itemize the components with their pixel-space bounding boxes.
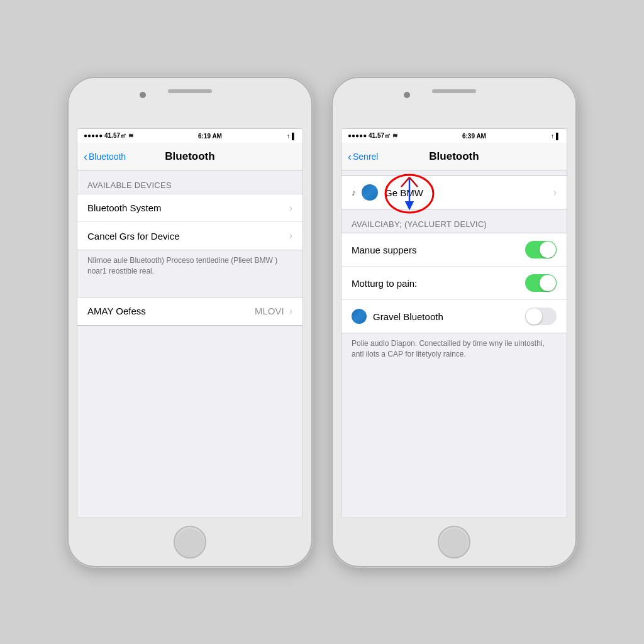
- chevron-bluetooth-system: ›: [289, 203, 292, 214]
- signal-strength-left: ●●●●● 41.57㎡ ≋: [84, 131, 133, 140]
- battery-left: ↑ ▌: [287, 133, 296, 140]
- table-group-left-1: Bluetooth System › Cancel Grs for Device…: [77, 194, 303, 250]
- phone-bottom-left: [174, 518, 206, 566]
- time-left: 6:19 AM: [198, 133, 222, 140]
- back-label-left[interactable]: Bluetooth: [89, 152, 126, 162]
- nav-bar-right: ‹ Senrel Bluetooth: [341, 143, 567, 170]
- chevron-amay: ›: [289, 306, 292, 317]
- nav-bar-left: ‹ Bluetooth Bluetooth: [77, 143, 303, 170]
- section-header-available: Available Devices: [77, 170, 303, 194]
- phone-bottom-right: [438, 518, 470, 566]
- speaker-left: [168, 89, 212, 93]
- table-row-manue-suppers[interactable]: Manue suppers: [341, 233, 567, 267]
- spacer-left: [77, 287, 303, 297]
- content-left: Available Devices Bluetooth System › Can…: [77, 170, 303, 518]
- toggle-gravel-bluetooth[interactable]: [525, 308, 557, 325]
- svg-line-2: [401, 177, 409, 187]
- back-label-right[interactable]: Senrel: [353, 152, 378, 162]
- bmw-globe-icon: [362, 184, 378, 201]
- time-right: 6:39 AM: [462, 133, 486, 140]
- camera-left: [140, 92, 146, 98]
- camera-right: [404, 92, 410, 98]
- battery-right: ↑ ▌: [551, 133, 560, 140]
- phone-top-left: [69, 78, 311, 128]
- nav-title-left: Bluetooth: [165, 150, 214, 163]
- svg-line-3: [409, 177, 418, 187]
- table-row-motturg[interactable]: Motturg to pain:: [341, 267, 567, 300]
- section-header-availciaby: Availciaby; (yacluert delvic): [341, 209, 567, 233]
- speaker-right: [432, 89, 476, 93]
- table-row-cancel-grs[interactable]: Cancel Grs for Device ›: [77, 222, 303, 250]
- chevron-ge-bmw: ›: [553, 187, 557, 198]
- phone-left: ●●●●● 41.57㎡ ≋ 6:19 AM ↑ ▌ ‹ Bluetooth B…: [67, 77, 313, 567]
- toggle-motturg[interactable]: [525, 274, 557, 292]
- toggle-knob-manue: [540, 242, 556, 258]
- nav-title-right: Bluetooth: [429, 150, 479, 163]
- signal-strength-right: ●●●●● 41.57㎡ ≋: [348, 131, 397, 140]
- toggle-knob-gravel: [526, 308, 542, 325]
- back-chevron-left: ‹: [84, 151, 87, 162]
- phone-right: ●●●●● 41.57㎡ ≋ 6:39 AM ↑ ▌ ‹ Senrel Blue…: [331, 77, 577, 567]
- screen-left: ●●●●● 41.57㎡ ≋ 6:19 AM ↑ ▌ ‹ Bluetooth B…: [77, 128, 303, 518]
- table-row-ge-bmw[interactable]: ♪ Ge BMW ›: [341, 176, 567, 209]
- table-row-gravel-bluetooth[interactable]: Gravel Bluetooth: [341, 300, 567, 333]
- back-button-right[interactable]: ‹ Senrel: [348, 151, 378, 162]
- back-chevron-right: ‹: [348, 151, 352, 162]
- toggle-manue-suppers[interactable]: [525, 241, 557, 258]
- footer-text-left: Nlirnoe aule Bluetooth) Proceso tentledi…: [77, 250, 303, 287]
- home-button-right[interactable]: [438, 526, 470, 558]
- table-row-bluetooth-system[interactable]: Bluetooth System ›: [77, 194, 303, 222]
- table-group-right-toggles: Manue suppers Motturg to pain: Gravel: [341, 233, 567, 333]
- home-button-left[interactable]: [174, 526, 206, 558]
- phone-top-right: [333, 78, 575, 128]
- speaker-icon: ♪: [352, 187, 356, 197]
- back-button-left[interactable]: ‹ Bluetooth: [84, 151, 126, 162]
- status-bar-right: ●●●●● 41.57㎡ ≋ 6:39 AM ↑ ▌: [341, 129, 567, 143]
- status-bar-left: ●●●●● 41.57㎡ ≋ 6:19 AM ↑ ▌: [77, 129, 303, 143]
- table-row-amay[interactable]: AMAY Oefess MLOVI ›: [77, 297, 303, 325]
- chevron-cancel-grs: ›: [289, 230, 292, 242]
- screen-right: ●●●●● 41.57㎡ ≋ 6:39 AM ↑ ▌ ‹ Senrel Blue…: [341, 128, 567, 518]
- table-group-left-2: AMAY Oefess MLOVI ›: [77, 297, 303, 326]
- footer-text-right: Polie audio Diapon. Conectailled by time…: [341, 333, 567, 370]
- content-right: ♪ Ge BMW ›: [341, 170, 567, 518]
- phones-container: ●●●●● 41.57㎡ ≋ 6:19 AM ↑ ▌ ‹ Bluetooth B…: [67, 77, 577, 567]
- bmw-icon: [361, 184, 379, 201]
- gravel-icon: [352, 309, 367, 324]
- table-group-connected: ♪ Ge BMW ›: [341, 175, 567, 209]
- toggle-knob-motturg: [540, 275, 556, 291]
